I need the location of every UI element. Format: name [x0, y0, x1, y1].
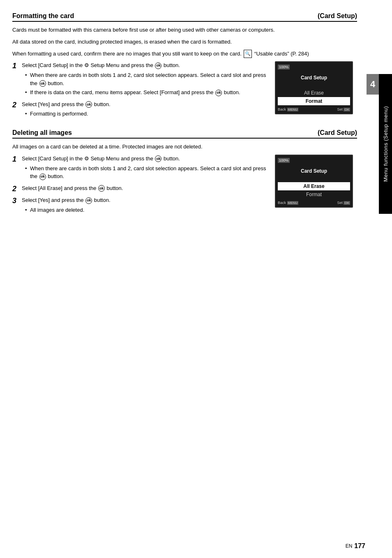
section1-screen-display: 100% Card Setup All Erase Format Back ME… — [275, 61, 353, 114]
section1-camera-screen: 100% Card Setup All Erase Format Back ME… — [275, 61, 357, 122]
section2-intro: All images on a card can be deleted at a… — [12, 143, 357, 151]
section2-step2-number: 2 — [12, 184, 20, 194]
side-tab-text: Menu functions (Setup menu) — [383, 106, 389, 182]
ok-button-icon-5: ok — [155, 155, 161, 162]
section1-set-label: Set OK — [337, 107, 350, 111]
ok-button-icon-4: ok — [85, 101, 92, 108]
page-number: 177 — [354, 542, 365, 550]
section1-screen-badge: 100% — [278, 65, 290, 69]
chapter-number-text: 4 — [370, 79, 375, 90]
ok-button-icon-3: ok — [215, 90, 222, 96]
section1-step1: 1 Select [Card Setup] in the ⚙ Setup Men… — [12, 61, 269, 97]
section1-step1-bullets: When there are cards in both slots 1 and… — [22, 71, 269, 97]
section2-step3-bullets: All images are deleted. — [22, 206, 269, 214]
section1-intro-p2: All data stored on the card, including p… — [12, 38, 357, 46]
ok-button-icon-7: ok — [98, 185, 105, 192]
reference-icon: 🔍 — [244, 50, 252, 58]
chapter-number: 4 — [367, 74, 379, 95]
section1-screen-header: 100% — [278, 64, 350, 71]
section2-step3: 3 Select [Yes] and press the ok button. … — [12, 196, 269, 215]
section1-step2-content: Select [Yes] and press the ok button. Fo… — [22, 100, 269, 119]
section2-step1: 1 Select [Card Setup] in the ⚙ Setup Men… — [12, 155, 269, 182]
section1-step2: 2 Select [Yes] and press the ok button. … — [12, 100, 269, 119]
section1-step2-number: 2 — [12, 100, 20, 119]
section1-menu-item-allerase: All Erase — [278, 89, 350, 97]
section2-camera-screen: 100% Card Setup All Erase Format Back ME… — [275, 155, 357, 218]
ok-button-icon-2: ok — [39, 80, 46, 87]
section1-step1-content: Select [Card Setup] in the ⚙ Setup Menu … — [22, 61, 269, 97]
wrench-icon-2: ⚙ — [84, 155, 89, 162]
section1-step1-bullet1: When there are cards in both slots 1 and… — [25, 71, 269, 87]
section2-steps-layout: 1 Select [Card Setup] in the ⚙ Setup Men… — [12, 155, 357, 218]
main-content: Formatting the card (Card Setup) Cards m… — [12, 12, 357, 218]
section2-menu-item-format: Format — [278, 190, 350, 199]
section1-intro-p1: Cards must be formatted with this camera… — [12, 26, 357, 35]
section2-step3-bullet1: All images are deleted. — [25, 206, 269, 214]
section2-step1-number: 1 — [12, 155, 20, 182]
side-tab: Menu functions (Setup menu) — [379, 74, 392, 214]
section1-step1-number: 1 — [12, 61, 20, 97]
section1-intro: Cards must be formatted with this camera… — [12, 26, 357, 58]
section1-step2-bullets: Formatting is performed. — [22, 110, 269, 118]
section2-header: Deleting all images (Card Setup) — [12, 129, 357, 139]
section2-back-label: Back MENU — [278, 201, 298, 205]
section1-header: Formatting the card (Card Setup) — [12, 12, 357, 22]
section2-step1-bullets: When there are cards in both slots 1 and… — [22, 164, 269, 181]
wrench-icon-1: ⚙ — [84, 62, 89, 68]
section1-intro-p3: When formatting a used card, confirm the… — [12, 50, 357, 58]
section1-screen-menu: All Erase Format — [278, 89, 350, 105]
page-footer: EN 177 — [346, 542, 365, 550]
section2-step1-bullet1: When there are cards in both slots 1 and… — [25, 164, 269, 181]
section2-screen-badge: 100% — [278, 158, 290, 163]
section2-steps-column: 1 Select [Card Setup] in the ⚙ Setup Men… — [12, 155, 269, 218]
ok-button-icon-6: ok — [39, 174, 46, 180]
page-container: Menu functions (Setup menu) 4 Formatting… — [0, 0, 392, 558]
section1-menu-item-format: Format — [278, 97, 350, 105]
section1-screen-footer: Back MENU Set OK — [278, 107, 350, 111]
section2-title: Deleting all images — [12, 129, 72, 137]
section1-subtitle: (Card Setup) — [318, 12, 357, 20]
section2-screen-menu: All Erase Format — [278, 182, 350, 199]
section1-step2-bullet1: Formatting is performed. — [25, 110, 269, 118]
section2-step2-content: Select [All Erase] and press the ok butt… — [22, 184, 269, 194]
page-en-label: EN — [346, 543, 353, 549]
section1-steps-layout: 1 Select [Card Setup] in the ⚙ Setup Men… — [12, 61, 357, 122]
section2-screen-display: 100% Card Setup All Erase Format Back ME… — [275, 155, 353, 208]
section2-menu-item-allerase: All Erase — [278, 182, 350, 190]
section2-step3-number: 3 — [12, 196, 20, 215]
section1-title: Formatting the card — [12, 12, 74, 20]
section2-subtitle: (Card Setup) — [318, 129, 357, 137]
section2-step3-content: Select [Yes] and press the ok button. Al… — [22, 196, 269, 215]
ok-button-icon-1: ok — [155, 63, 161, 69]
section2-step1-content: Select [Card Setup] in the ⚙ Setup Menu … — [22, 155, 269, 182]
section1-screen-title: Card Setup — [278, 73, 350, 81]
section1-back-label: Back MENU — [278, 107, 298, 111]
section1-steps-column: 1 Select [Card Setup] in the ⚙ Setup Men… — [12, 61, 269, 122]
section2-step2: 2 Select [All Erase] and press the ok bu… — [12, 184, 269, 194]
section2-set-label: Set OK — [337, 201, 350, 205]
ok-button-icon-8: ok — [85, 197, 92, 204]
section2-screen-header: 100% — [278, 157, 350, 164]
section1-step1-bullet2: If there is data on the card, menu items… — [25, 88, 269, 97]
section2-screen-footer: Back MENU Set OK — [278, 201, 350, 205]
section2-screen-title: Card Setup — [278, 166, 350, 174]
